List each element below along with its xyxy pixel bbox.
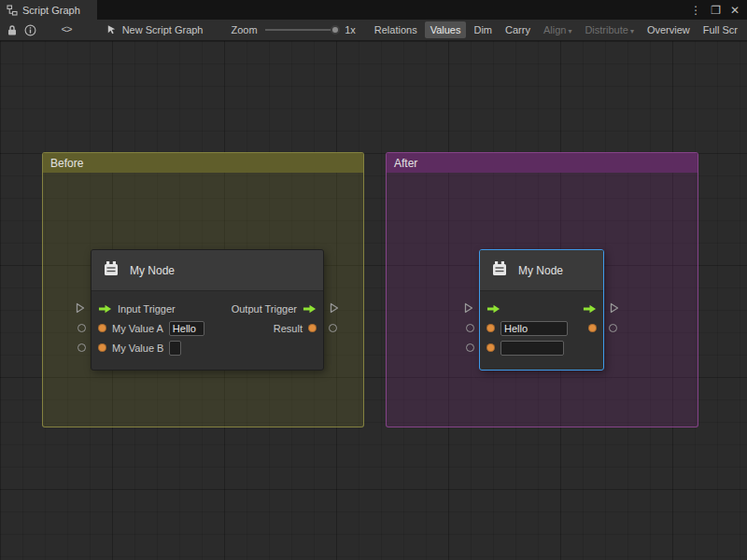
my-value-a-input[interactable]: Hello xyxy=(500,321,568,336)
my-value-b-input[interactable] xyxy=(169,341,181,356)
info-icon[interactable] xyxy=(21,21,39,39)
zoom-label: Zoom xyxy=(231,24,257,35)
flow-output-icon[interactable] xyxy=(583,303,597,315)
external-value-port-icon[interactable] xyxy=(609,324,617,332)
code-icon[interactable]: <> xyxy=(61,24,71,35)
new-script-graph-button[interactable]: New Script Graph xyxy=(106,23,204,37)
distribute-label: Distribute xyxy=(585,24,627,35)
overview-button[interactable]: Overview xyxy=(641,21,696,38)
distribute-dropdown[interactable]: Distribute▾ xyxy=(579,21,639,38)
zoom-value: 1x xyxy=(345,24,356,35)
align-dropdown[interactable]: Align▾ xyxy=(538,21,577,38)
my-value-b-label: My Value B xyxy=(112,343,163,354)
my-value-a-label: My Value A xyxy=(112,323,163,334)
pointer-icon xyxy=(106,23,118,37)
flow-input-icon[interactable] xyxy=(486,303,500,315)
values-button[interactable]: Values xyxy=(425,21,467,38)
external-trigger-port-icon[interactable] xyxy=(610,302,619,314)
zoom-slider-thumb[interactable] xyxy=(331,25,340,35)
node-body: Hello xyxy=(480,291,603,370)
group-before-title: Before xyxy=(50,157,83,170)
group-after-title: After xyxy=(394,157,417,170)
port-row-value-a: Hello xyxy=(480,318,603,338)
zoom-slider[interactable] xyxy=(265,21,341,39)
new-script-graph-label: New Script Graph xyxy=(122,24,204,35)
align-label: Align xyxy=(543,24,566,35)
script-graph-window: Script Graph ⋮ ❐ ✕ <> New Script Graph Z… xyxy=(0,0,747,560)
value-port-icon[interactable] xyxy=(98,324,106,332)
value-port-icon[interactable] xyxy=(308,324,317,332)
external-value-port-icon[interactable] xyxy=(78,343,86,352)
port-row-value-a: My Value A Hello Result xyxy=(92,318,323,338)
port-row-trigger xyxy=(480,299,603,318)
value-port-icon[interactable] xyxy=(588,324,597,332)
relations-button[interactable]: Relations xyxy=(369,21,423,38)
tab-label: Script Graph xyxy=(22,5,80,16)
kebab-menu-icon[interactable]: ⋮ xyxy=(690,4,701,17)
external-value-port-icon[interactable] xyxy=(466,343,474,352)
zoom-slider-track xyxy=(265,29,331,31)
external-trigger-port-icon[interactable] xyxy=(330,302,339,314)
external-trigger-port-icon[interactable] xyxy=(464,302,473,314)
port-row-trigger: Input Trigger Output Trigger xyxy=(92,299,323,318)
result-label: Result xyxy=(274,323,303,334)
node-icon xyxy=(489,259,510,282)
toolbar: <> New Script Graph Zoom 1x Relations Va… xyxy=(0,20,747,41)
node-title: My Node xyxy=(518,264,563,277)
external-value-port-icon[interactable] xyxy=(329,324,337,332)
chevron-down-icon: ▾ xyxy=(630,27,634,35)
carry-button[interactable]: Carry xyxy=(500,21,536,38)
close-icon[interactable]: ✕ xyxy=(730,4,740,17)
group-after-header[interactable]: After xyxy=(387,153,698,173)
group-before-header[interactable]: Before xyxy=(43,153,363,173)
lock-icon[interactable] xyxy=(4,21,21,39)
node-my-node-before[interactable]: My Node Input Trigger Output Trigger xyxy=(91,249,324,371)
chevron-down-icon: ▾ xyxy=(568,27,571,35)
port-row-value-b: My Value B xyxy=(92,338,323,357)
value-port-icon[interactable] xyxy=(98,343,106,352)
value-port-icon[interactable] xyxy=(486,343,495,352)
output-trigger-label: Output Trigger xyxy=(232,303,297,315)
dim-button[interactable]: Dim xyxy=(468,21,498,38)
flow-output-icon[interactable] xyxy=(303,303,317,315)
tab-script-graph[interactable]: Script Graph xyxy=(0,0,97,20)
window-controls: ⋮ ❐ ✕ xyxy=(690,0,747,20)
node-body: Input Trigger Output Trigger My Value A … xyxy=(92,291,323,370)
port-row-value-b xyxy=(480,338,603,357)
node-header[interactable]: My Node xyxy=(92,250,323,291)
node-my-node-after[interactable]: My Node Hello xyxy=(479,249,604,371)
graph-canvas[interactable]: Before After My Node Input Trigger xyxy=(0,41,747,560)
external-trigger-port-icon[interactable] xyxy=(76,302,85,314)
input-trigger-label: Input Trigger xyxy=(118,303,176,315)
node-title: My Node xyxy=(130,264,175,277)
graph-icon xyxy=(7,5,18,16)
tab-bar: Script Graph ⋮ ❐ ✕ xyxy=(0,0,747,20)
flow-input-icon[interactable] xyxy=(98,303,112,315)
node-icon xyxy=(101,259,121,282)
node-header[interactable]: My Node xyxy=(480,250,603,291)
my-value-a-input[interactable]: Hello xyxy=(169,321,204,336)
external-value-port-icon[interactable] xyxy=(466,324,474,332)
maximize-icon[interactable]: ❐ xyxy=(711,4,721,17)
value-port-icon[interactable] xyxy=(486,324,495,332)
fullscreen-button[interactable]: Full Scr xyxy=(698,21,743,38)
my-value-b-input[interactable] xyxy=(500,341,564,356)
external-value-port-icon[interactable] xyxy=(78,324,86,332)
